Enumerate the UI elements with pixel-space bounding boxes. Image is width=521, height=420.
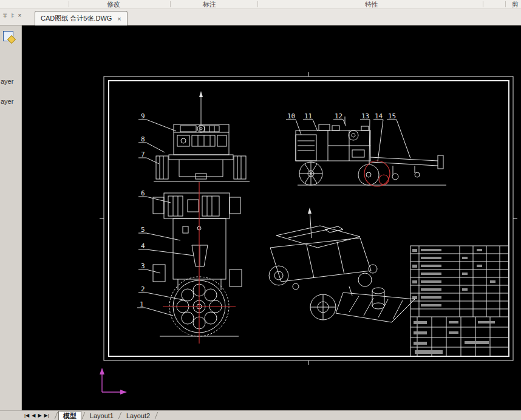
last-tab-button[interactable]: ▶| (44, 413, 49, 418)
prev-tab-button[interactable]: ◀ (32, 413, 35, 418)
part-label: 5 (141, 226, 145, 234)
palette-pin-icon[interactable]: ⊧ (11, 12, 14, 19)
plan-view (153, 182, 242, 344)
left-palette-sliver: ayer ayer (0, 25, 22, 410)
palette-close-icon[interactable]: × (18, 12, 22, 19)
part-label: 8 (141, 135, 145, 143)
tab-separator (55, 412, 58, 419)
ribbon-divider (483, 1, 483, 7)
part-label: 11 (304, 112, 312, 120)
part-label: 6 (141, 189, 145, 197)
ribbon-divider (505, 1, 506, 7)
isometric-view (269, 208, 415, 322)
tab-separator (155, 412, 158, 419)
tab-layout2[interactable]: Layout2 (122, 412, 154, 420)
cad-drawing-svg: 9 8 7 10 11 12 13 14 15 6 5 4 (21, 25, 521, 410)
ribbon-divider (170, 1, 171, 7)
part-label: 3 (141, 262, 145, 270)
side-view (296, 117, 446, 186)
part-label: 4 (141, 242, 145, 250)
part-label: 1 (140, 300, 144, 308)
ribbon-caption-strip: 修改 标注 特性 剪 (0, 0, 521, 9)
ribbon-group-modify: 修改 (95, 0, 132, 8)
revision-cloud-mark (364, 161, 390, 186)
pencil-icon (7, 35, 16, 44)
first-tab-button[interactable]: |◀ (24, 413, 29, 418)
layout-tab-bar: |◀ ◀ ▶ ▶| 模型 Layout1 Layout2 (0, 410, 521, 420)
palette-controls: ∓ ⊧ × (2, 12, 21, 19)
front-view (154, 91, 250, 181)
file-tab-close-icon[interactable]: × (117, 15, 121, 22)
tab-separator (82, 412, 85, 419)
model-space-canvas[interactable]: 9 8 7 10 11 12 13 14 15 6 5 4 (21, 25, 521, 410)
part-label: 15 (388, 112, 396, 120)
layer-control-partial[interactable]: ayer (1, 78, 13, 85)
layer-palette-icon[interactable] (3, 31, 13, 41)
next-tab-button[interactable]: ▶ (38, 413, 41, 418)
ribbon-divider (69, 1, 69, 7)
tab-separator (118, 412, 121, 419)
tab-nav-controls: |◀ ◀ ▶ ▶| (24, 413, 49, 418)
palette-dock-icon[interactable]: ∓ (2, 12, 7, 19)
ribbon-divider (257, 1, 258, 7)
file-tab-bar: ∓ ⊧ × CAD图纸 合计5张.DWG × (0, 9, 521, 25)
part-label: 13 (361, 112, 369, 120)
part-label: 10 (287, 112, 295, 120)
part-label: 7 (141, 151, 145, 158)
file-tab-title: CAD图纸 合计5张.DWG (41, 14, 112, 23)
part-label: 2 (141, 285, 145, 293)
part-label: 9 (141, 112, 145, 120)
title-block (410, 246, 509, 356)
ribbon-group-properties: 特性 (353, 0, 390, 8)
tab-layout1[interactable]: Layout1 (86, 412, 118, 420)
ucs-icon (100, 368, 127, 395)
tab-model[interactable]: 模型 (58, 411, 81, 420)
layer-control-partial[interactable]: ayer (1, 98, 13, 105)
ribbon-group-annotate: 标注 (191, 0, 228, 8)
part-label: 12 (335, 112, 342, 120)
file-tab[interactable]: CAD图纸 合计5张.DWG × (35, 11, 128, 25)
ribbon-group-clipboard-partial: 剪 (509, 0, 521, 8)
part-label: 14 (375, 112, 383, 120)
